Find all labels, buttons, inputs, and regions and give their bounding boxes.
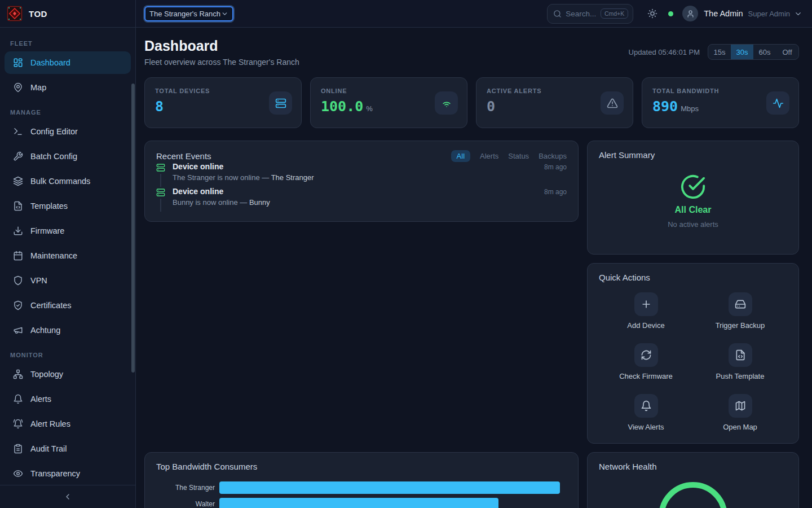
theme-toggle-sun-icon[interactable] xyxy=(647,8,657,19)
interval-30s-button[interactable]: 30s xyxy=(731,45,753,59)
user-role: Super Admin xyxy=(748,10,790,18)
interval-15s-button[interactable]: 15s xyxy=(708,45,731,59)
user-menu-chevron-down-icon[interactable] xyxy=(794,10,802,18)
app-logo-icon xyxy=(7,6,23,21)
push-template-button[interactable]: Push Template xyxy=(693,343,787,380)
sidebar-item-label: VPN xyxy=(30,276,47,285)
stat-value: 0 xyxy=(487,98,495,115)
wrench-icon xyxy=(13,151,23,161)
search-input[interactable] xyxy=(566,10,597,18)
chevron-down-icon xyxy=(221,10,228,17)
topology-icon xyxy=(13,369,23,379)
bandwidth-chart-title: Top Bandwidth Consumers xyxy=(156,462,257,471)
section-label-fleet: FLEET xyxy=(10,40,131,47)
bar-walter[interactable] xyxy=(219,498,498,508)
bar-label: The Stranger xyxy=(156,484,219,492)
sidebar-item-label: Certificates xyxy=(30,301,72,310)
sidebar-item-alerts[interactable]: Alerts xyxy=(5,388,131,410)
search-shortcut-badge: Cmd+K xyxy=(601,8,628,19)
timeline-connector xyxy=(160,199,161,212)
quick-action-label: View Alerts xyxy=(628,423,664,431)
sidebar-item-batch-config[interactable]: Batch Config xyxy=(5,145,131,168)
add-device-button[interactable]: Add Device xyxy=(599,292,693,330)
recent-events-title: Recent Events xyxy=(156,151,211,161)
sidebar-item-templates[interactable]: Templates xyxy=(5,195,131,217)
terminal-icon xyxy=(13,126,23,137)
quick-action-label: Trigger Backup xyxy=(716,321,765,330)
avatar[interactable] xyxy=(682,6,698,21)
server-icon xyxy=(156,187,165,197)
section-label-monitor: MONITOR xyxy=(10,352,131,358)
sidebar-item-topology[interactable]: Topology xyxy=(5,363,131,386)
tab-all[interactable]: All xyxy=(451,150,470,162)
event-row[interactable]: Device online 8m ago Bunny is now online… xyxy=(156,187,567,212)
view-alerts-button[interactable]: View Alerts xyxy=(599,394,693,431)
sidebar-collapse-button[interactable] xyxy=(0,485,135,508)
event-title: Device online xyxy=(173,187,223,196)
sidebar-item-bulk-commands[interactable]: Bulk Commands xyxy=(5,170,131,192)
trigger-backup-button[interactable]: Trigger Backup xyxy=(693,292,787,330)
event-message: The Stranger is now online — The Strange… xyxy=(173,173,567,182)
quick-actions-card: Quick Actions Add Device Trigger Backup xyxy=(587,263,799,444)
quick-action-label: Check Firmware xyxy=(619,372,673,380)
sidebar-item-dashboard[interactable]: Dashboard xyxy=(5,51,131,74)
tab-status[interactable]: Status xyxy=(508,152,529,160)
event-time: 8m ago xyxy=(544,188,567,196)
refresh-icon xyxy=(634,343,658,367)
tab-alerts[interactable]: Alerts xyxy=(480,152,498,160)
map-icon xyxy=(729,394,752,418)
sidebar-item-map[interactable]: Map xyxy=(5,76,131,99)
search-box[interactable]: Cmd+K xyxy=(547,4,633,24)
health-gauge: 100 xyxy=(658,481,728,508)
tab-backups[interactable]: Backups xyxy=(539,152,567,160)
bandwidth-bar-chart: The Stranger Walter xyxy=(156,481,567,508)
alert-summary-card: Alert Summary All Clear No active alerts xyxy=(587,141,799,255)
brand-name: TOD xyxy=(29,9,47,19)
sidebar-item-achtung[interactable]: Achtung xyxy=(5,319,131,341)
sidebar-scrollbar[interactable] xyxy=(131,84,135,373)
sidebar-item-transparency[interactable]: Transparency xyxy=(5,462,131,485)
sidebar-item-vpn[interactable]: VPN xyxy=(5,269,131,292)
download-icon xyxy=(13,226,23,236)
file-code-icon xyxy=(13,201,23,211)
sidebar-item-label: Map xyxy=(30,83,46,92)
plus-icon xyxy=(634,292,658,316)
clipboard-icon xyxy=(13,444,23,454)
bar-label: Walter xyxy=(156,500,219,508)
shield-icon xyxy=(13,275,23,286)
shield-check-icon xyxy=(13,300,23,310)
sidebar-item-config-editor[interactable]: Config Editor xyxy=(5,120,131,143)
bell-icon xyxy=(13,394,23,404)
stat-card-total-devices: TOTAL DEVICES 8 xyxy=(144,77,302,128)
event-title: Device online xyxy=(173,162,223,171)
user-name: The Admin xyxy=(704,9,743,18)
interval-60s-button[interactable]: 60s xyxy=(753,45,776,59)
stat-value: 100.0 xyxy=(321,98,363,115)
event-row[interactable]: Device online 8m ago The Stranger is now… xyxy=(156,162,567,187)
search-icon xyxy=(553,10,562,18)
interval-off-button[interactable]: Off xyxy=(776,45,798,59)
sidebar-item-audit-trail[interactable]: Audit Trail xyxy=(5,437,131,460)
calendar-icon xyxy=(13,251,23,261)
open-map-button[interactable]: Open Map xyxy=(693,394,787,431)
sidebar-item-firmware[interactable]: Firmware xyxy=(5,220,131,242)
topbar-right: Cmd+K The Admin Super Admin xyxy=(547,4,812,24)
check-firmware-button[interactable]: Check Firmware xyxy=(599,343,693,380)
sidebar-item-label: Dashboard xyxy=(30,58,70,67)
sidebar-item-label: Topology xyxy=(30,370,63,379)
server-icon xyxy=(269,91,292,115)
ranch-select[interactable]: The Stranger's Ranch xyxy=(144,6,233,21)
sidebar-item-label: Alert Rules xyxy=(30,419,70,428)
sidebar-item-alert-rules[interactable]: Alert Rules xyxy=(5,413,131,435)
sidebar-item-certificates[interactable]: Certificates xyxy=(5,294,131,317)
bar-the-stranger[interactable] xyxy=(219,481,560,494)
recent-events-card: Recent Events All Alerts Status Backups xyxy=(144,141,579,222)
sidebar-item-label: Firmware xyxy=(30,226,64,235)
sidebar-item-label: Achtung xyxy=(30,326,60,335)
check-circle-icon xyxy=(680,174,706,200)
dashboard-icon xyxy=(13,58,23,68)
sidebar-item-maintenance[interactable]: Maintenance xyxy=(5,244,131,267)
stat-suffix: % xyxy=(366,104,373,113)
alert-triangle-icon xyxy=(601,91,624,115)
server-icon xyxy=(156,162,165,172)
